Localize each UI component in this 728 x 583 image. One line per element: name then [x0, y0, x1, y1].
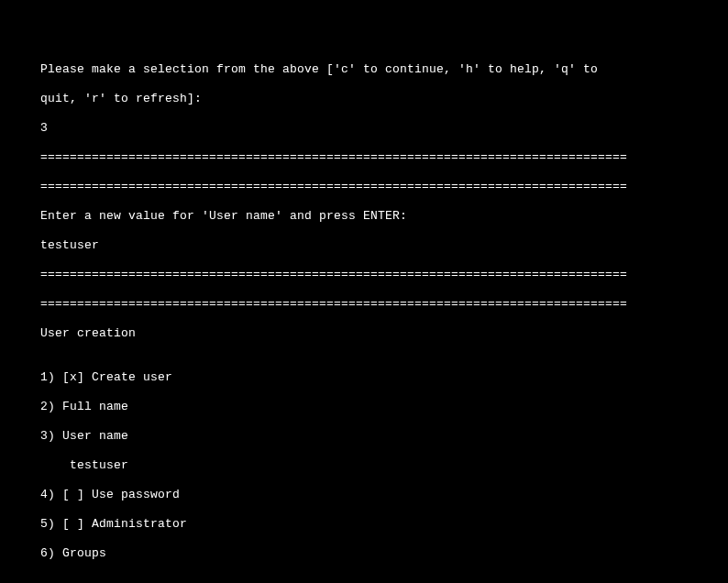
menu-item-create-user[interactable]: 1) [x] Create user	[40, 370, 728, 385]
divider: ========================================…	[40, 150, 728, 165]
menu-item-value: testuser	[40, 458, 728, 473]
divider: ========================================…	[40, 297, 728, 312]
menu-title: User creation	[40, 326, 728, 341]
enter-value-prompt: Enter a new value for 'User name' and pr…	[40, 209, 728, 224]
user-input[interactable]: testuser	[40, 238, 728, 253]
divider: ========================================…	[40, 180, 728, 194]
divider: ========================================…	[40, 268, 728, 282]
menu-item-user-name[interactable]: 3) User name	[40, 429, 728, 444]
prompt-line: Please make a selection from the above […	[40, 62, 728, 77]
menu-item-groups[interactable]: 6) Groups	[40, 546, 728, 561]
menu-item-full-name[interactable]: 2) Full name	[40, 400, 728, 414]
menu-item-use-password[interactable]: 4) [ ] Use password	[40, 488, 728, 502]
user-input[interactable]: 3	[40, 121, 728, 136]
prompt-line: quit, 'r' to refresh]:	[40, 92, 728, 106]
menu-item-administrator[interactable]: 5) [ ] Administrator	[40, 517, 728, 532]
